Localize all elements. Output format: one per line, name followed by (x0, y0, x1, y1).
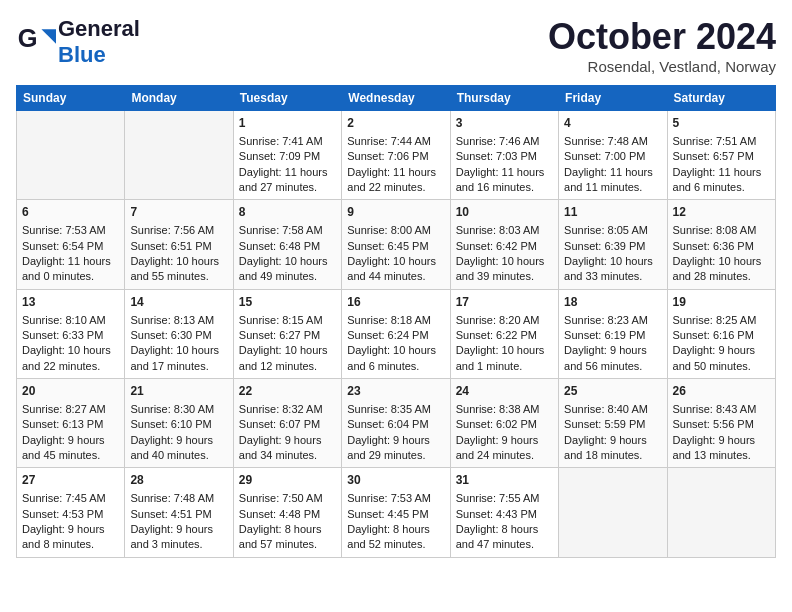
title-block: October 2024 Rosendal, Vestland, Norway (548, 16, 776, 75)
sunset-text: Sunset: 5:56 PM (673, 418, 754, 430)
weekday-friday: Friday (559, 86, 667, 111)
calendar-cell: 2Sunrise: 7:44 AMSunset: 7:06 PMDaylight… (342, 111, 450, 200)
sunset-text: Sunset: 7:09 PM (239, 150, 320, 162)
sunset-text: Sunset: 6:24 PM (347, 329, 428, 341)
day-number: 31 (456, 472, 553, 489)
day-number: 13 (22, 294, 119, 311)
day-number: 3 (456, 115, 553, 132)
day-number: 22 (239, 383, 336, 400)
sunrise-text: Sunrise: 8:25 AM (673, 314, 757, 326)
daylight-text: Daylight: 10 hours and 44 minutes. (347, 255, 436, 282)
sunset-text: Sunset: 6:39 PM (564, 240, 645, 252)
sunset-text: Sunset: 6:42 PM (456, 240, 537, 252)
calendar-week-4: 20Sunrise: 8:27 AMSunset: 6:13 PMDayligh… (17, 379, 776, 468)
daylight-text: Daylight: 8 hours and 47 minutes. (456, 523, 539, 550)
weekday-monday: Monday (125, 86, 233, 111)
sunrise-text: Sunrise: 8:32 AM (239, 403, 323, 415)
day-number: 19 (673, 294, 770, 311)
day-number: 24 (456, 383, 553, 400)
sunrise-text: Sunrise: 7:56 AM (130, 224, 214, 236)
sunrise-text: Sunrise: 7:48 AM (564, 135, 648, 147)
day-number: 6 (22, 204, 119, 221)
sunrise-text: Sunrise: 7:44 AM (347, 135, 431, 147)
day-number: 1 (239, 115, 336, 132)
calendar-cell: 14Sunrise: 8:13 AMSunset: 6:30 PMDayligh… (125, 289, 233, 378)
daylight-text: Daylight: 10 hours and 6 minutes. (347, 344, 436, 371)
calendar-cell: 8Sunrise: 7:58 AMSunset: 6:48 PMDaylight… (233, 200, 341, 289)
calendar-cell: 9Sunrise: 8:00 AMSunset: 6:45 PMDaylight… (342, 200, 450, 289)
daylight-text: Daylight: 10 hours and 39 minutes. (456, 255, 545, 282)
day-number: 26 (673, 383, 770, 400)
sunset-text: Sunset: 6:22 PM (456, 329, 537, 341)
daylight-text: Daylight: 9 hours and 24 minutes. (456, 434, 539, 461)
daylight-text: Daylight: 10 hours and 33 minutes. (564, 255, 653, 282)
day-number: 7 (130, 204, 227, 221)
daylight-text: Daylight: 11 hours and 11 minutes. (564, 166, 653, 193)
sunrise-text: Sunrise: 8:08 AM (673, 224, 757, 236)
location: Rosendal, Vestland, Norway (548, 58, 776, 75)
day-number: 29 (239, 472, 336, 489)
calendar-cell: 18Sunrise: 8:23 AMSunset: 6:19 PMDayligh… (559, 289, 667, 378)
sunrise-text: Sunrise: 7:50 AM (239, 492, 323, 504)
logo: G General Blue (16, 16, 140, 68)
day-number: 4 (564, 115, 661, 132)
day-number: 17 (456, 294, 553, 311)
calendar-cell: 24Sunrise: 8:38 AMSunset: 6:02 PMDayligh… (450, 379, 558, 468)
calendar-cell: 7Sunrise: 7:56 AMSunset: 6:51 PMDaylight… (125, 200, 233, 289)
sunrise-text: Sunrise: 8:03 AM (456, 224, 540, 236)
sunset-text: Sunset: 6:02 PM (456, 418, 537, 430)
sunrise-text: Sunrise: 8:13 AM (130, 314, 214, 326)
sunset-text: Sunset: 7:03 PM (456, 150, 537, 162)
calendar-cell (125, 111, 233, 200)
logo-icon: G (16, 22, 56, 62)
page-header: G General Blue October 2024 Rosendal, Ve… (16, 16, 776, 75)
daylight-text: Daylight: 10 hours and 17 minutes. (130, 344, 219, 371)
sunset-text: Sunset: 7:00 PM (564, 150, 645, 162)
sunrise-text: Sunrise: 8:00 AM (347, 224, 431, 236)
calendar-cell: 28Sunrise: 7:48 AMSunset: 4:51 PMDayligh… (125, 468, 233, 557)
sunrise-text: Sunrise: 7:48 AM (130, 492, 214, 504)
sunrise-text: Sunrise: 8:43 AM (673, 403, 757, 415)
svg-text:G: G (18, 24, 38, 52)
calendar-week-2: 6Sunrise: 7:53 AMSunset: 6:54 PMDaylight… (17, 200, 776, 289)
day-number: 8 (239, 204, 336, 221)
calendar-cell: 10Sunrise: 8:03 AMSunset: 6:42 PMDayligh… (450, 200, 558, 289)
sunset-text: Sunset: 4:48 PM (239, 508, 320, 520)
sunset-text: Sunset: 6:51 PM (130, 240, 211, 252)
sunrise-text: Sunrise: 7:46 AM (456, 135, 540, 147)
calendar-cell: 3Sunrise: 7:46 AMSunset: 7:03 PMDaylight… (450, 111, 558, 200)
weekday-wednesday: Wednesday (342, 86, 450, 111)
sunrise-text: Sunrise: 7:53 AM (347, 492, 431, 504)
daylight-text: Daylight: 9 hours and 40 minutes. (130, 434, 213, 461)
weekday-header-row: SundayMondayTuesdayWednesdayThursdayFrid… (17, 86, 776, 111)
sunrise-text: Sunrise: 7:45 AM (22, 492, 106, 504)
calendar-cell: 27Sunrise: 7:45 AMSunset: 4:53 PMDayligh… (17, 468, 125, 557)
sunset-text: Sunset: 6:27 PM (239, 329, 320, 341)
calendar-week-5: 27Sunrise: 7:45 AMSunset: 4:53 PMDayligh… (17, 468, 776, 557)
daylight-text: Daylight: 9 hours and 13 minutes. (673, 434, 756, 461)
sunset-text: Sunset: 4:43 PM (456, 508, 537, 520)
daylight-text: Daylight: 10 hours and 49 minutes. (239, 255, 328, 282)
calendar-cell (559, 468, 667, 557)
sunrise-text: Sunrise: 7:51 AM (673, 135, 757, 147)
weekday-tuesday: Tuesday (233, 86, 341, 111)
sunrise-text: Sunrise: 7:55 AM (456, 492, 540, 504)
sunrise-text: Sunrise: 8:20 AM (456, 314, 540, 326)
day-number: 14 (130, 294, 227, 311)
day-number: 27 (22, 472, 119, 489)
daylight-text: Daylight: 11 hours and 27 minutes. (239, 166, 328, 193)
calendar-cell: 19Sunrise: 8:25 AMSunset: 6:16 PMDayligh… (667, 289, 775, 378)
daylight-text: Daylight: 10 hours and 12 minutes. (239, 344, 328, 371)
sunrise-text: Sunrise: 8:18 AM (347, 314, 431, 326)
sunset-text: Sunset: 6:30 PM (130, 329, 211, 341)
sunrise-text: Sunrise: 8:10 AM (22, 314, 106, 326)
sunset-text: Sunset: 6:16 PM (673, 329, 754, 341)
sunset-text: Sunset: 6:07 PM (239, 418, 320, 430)
weekday-thursday: Thursday (450, 86, 558, 111)
daylight-text: Daylight: 8 hours and 52 minutes. (347, 523, 430, 550)
day-number: 12 (673, 204, 770, 221)
logo-blue: Blue (58, 42, 106, 67)
sunset-text: Sunset: 6:10 PM (130, 418, 211, 430)
daylight-text: Daylight: 9 hours and 18 minutes. (564, 434, 647, 461)
sunset-text: Sunset: 6:36 PM (673, 240, 754, 252)
